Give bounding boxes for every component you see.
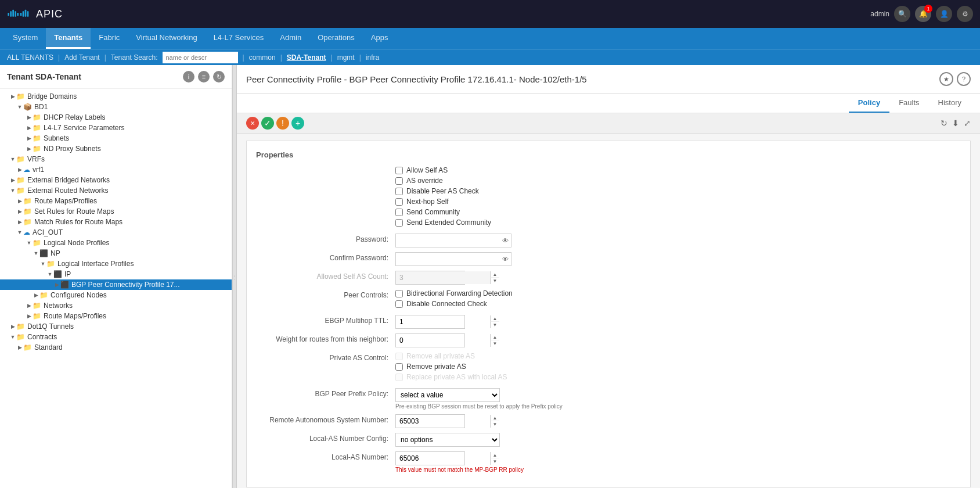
confirm-password-toggle-icon[interactable]: 👁 bbox=[500, 256, 511, 263]
bgp-peer-prefix-policy-select[interactable]: select a value bbox=[395, 388, 500, 402]
refresh-icon[interactable]: ↻ bbox=[941, 119, 947, 128]
tab-faults[interactable]: Faults bbox=[889, 94, 928, 113]
tree-subnets[interactable]: ▶ 📁 Subnets bbox=[0, 133, 232, 143]
tenant-mgmt-link[interactable]: mgmt bbox=[337, 53, 355, 62]
nav-apps[interactable]: Apps bbox=[363, 28, 397, 49]
spinbox-down-icon[interactable]: ▼ bbox=[490, 340, 499, 347]
remote-as-input[interactable] bbox=[396, 415, 490, 428]
expand-icon[interactable]: ▶ bbox=[33, 292, 39, 298]
spinbox-down-icon[interactable]: ▼ bbox=[490, 322, 499, 328]
remove-all-private-as-checkbox[interactable] bbox=[395, 353, 403, 360]
tree-route-maps-2[interactable]: ▶ 📁 Route Maps/Profiles bbox=[0, 311, 232, 321]
tree-ip[interactable]: ▼ ⬛ IP bbox=[0, 269, 232, 279]
spinbox-up-icon[interactable]: ▲ bbox=[490, 315, 499, 322]
allowed-self-as-count-input[interactable] bbox=[396, 271, 490, 284]
nav-virtual-networking[interactable]: Virtual Networking bbox=[128, 28, 205, 49]
allow-self-as-checkbox[interactable] bbox=[395, 167, 403, 174]
nav-fabric[interactable]: Fabric bbox=[91, 28, 128, 49]
tab-history[interactable]: History bbox=[929, 94, 971, 113]
add-button[interactable]: + bbox=[291, 117, 304, 130]
tree-configured-nodes[interactable]: ▶ 📁 Configured Nodes bbox=[0, 290, 232, 300]
tree-vrfs[interactable]: ▼ 📁 VRFs bbox=[0, 154, 232, 164]
ebgp-multihop-ttl-input[interactable] bbox=[396, 315, 490, 328]
tree-aci-out[interactable]: ▼ ☁ ACI_OUT bbox=[0, 227, 232, 238]
expand-icon[interactable]: ▼ bbox=[46, 271, 53, 277]
settings-icon-button[interactable]: ⚙ bbox=[957, 6, 973, 22]
tree-ext-routed[interactable]: ▼ 📁 External Routed Networks bbox=[0, 185, 232, 196]
search-icon-button[interactable]: 🔍 bbox=[894, 6, 910, 22]
tree-np[interactable]: ▼ ⬛ NP bbox=[0, 248, 232, 259]
tree-contracts[interactable]: ▼ 📁 Contracts bbox=[0, 332, 232, 342]
nav-l4l7[interactable]: L4-L7 Services bbox=[206, 28, 272, 49]
disable-connected-check-checkbox[interactable] bbox=[395, 300, 403, 308]
tenant-infra-link[interactable]: infra bbox=[366, 53, 379, 62]
tree-networks[interactable]: ▶ 📁 Networks bbox=[0, 300, 232, 311]
add-tenant-link[interactable]: Add Tenant bbox=[64, 53, 100, 62]
expand-icon[interactable]: ▶ bbox=[9, 177, 16, 183]
tenant-search-input[interactable] bbox=[163, 52, 238, 63]
bfd-checkbox[interactable] bbox=[395, 290, 403, 297]
tree-set-rules[interactable]: ▶ 📁 Set Rules for Route Maps bbox=[0, 206, 232, 217]
resize-handle[interactable]: ⋮ bbox=[232, 65, 237, 488]
spinbox-up-icon[interactable]: ▲ bbox=[490, 452, 499, 458]
disable-peer-as-checkbox[interactable] bbox=[395, 188, 403, 195]
local-as-config-select[interactable]: no options bbox=[395, 433, 500, 447]
expand-icon[interactable]: ▶ bbox=[26, 303, 33, 308]
panel-list-icon[interactable]: ≡ bbox=[198, 71, 210, 82]
spinbox-down-icon[interactable]: ▼ bbox=[490, 458, 499, 465]
tab-policy[interactable]: Policy bbox=[849, 94, 889, 113]
weight-input[interactable] bbox=[396, 334, 490, 347]
spinbox-up-icon[interactable]: ▲ bbox=[490, 415, 499, 421]
tenant-sda-link[interactable]: SDA-Tenant bbox=[287, 53, 326, 62]
tenant-common-link[interactable]: common bbox=[249, 53, 276, 62]
spinbox-up-icon[interactable]: ▲ bbox=[490, 334, 499, 340]
warning-button[interactable]: ! bbox=[276, 117, 289, 130]
expand-icon[interactable]: ▼ bbox=[39, 261, 46, 267]
nav-tenants[interactable]: Tenants bbox=[46, 28, 91, 49]
expand-icon[interactable]: ▶ bbox=[26, 114, 33, 120]
help-icon[interactable]: ? bbox=[957, 72, 971, 86]
expand-icon[interactable]: ▶ bbox=[26, 313, 33, 319]
expand-icon[interactable]: ▼ bbox=[16, 229, 23, 235]
expand-icon[interactable]: ▶ bbox=[26, 146, 33, 152]
nav-admin[interactable]: Admin bbox=[272, 28, 309, 49]
confirm-password-input[interactable] bbox=[396, 253, 500, 265]
tree-logical-node-profiles[interactable]: ▼ 📁 Logical Node Profiles bbox=[0, 238, 232, 248]
replace-private-as-checkbox[interactable] bbox=[395, 374, 403, 381]
spinbox-up-icon[interactable]: ▲ bbox=[490, 271, 499, 278]
confirm-button[interactable]: ✓ bbox=[261, 117, 274, 130]
delete-button[interactable]: × bbox=[246, 117, 259, 130]
next-hop-self-checkbox[interactable] bbox=[395, 198, 403, 206]
tree-vrf1[interactable]: ▶ ☁ vrf1 bbox=[0, 164, 232, 175]
expand-icon[interactable]: ▶ bbox=[16, 198, 23, 204]
tree-bd1[interactable]: ▼ 📦 BD1 bbox=[0, 102, 232, 112]
expand-icon[interactable]: ▶ bbox=[9, 94, 16, 99]
send-community-checkbox[interactable] bbox=[395, 209, 403, 216]
nav-operations[interactable]: Operations bbox=[309, 28, 363, 49]
tree-match-rules[interactable]: ▶ 📁 Match Rules for Route Maps bbox=[0, 217, 232, 227]
tree-nd-proxy[interactable]: ▶ 📁 ND Proxy Subnets bbox=[0, 143, 232, 154]
password-toggle-icon[interactable]: 👁 bbox=[500, 237, 511, 244]
panel-info-icon[interactable]: i bbox=[183, 71, 194, 82]
remove-private-as-checkbox[interactable] bbox=[395, 363, 403, 371]
expand-icon[interactable]: ▶ bbox=[26, 135, 33, 141]
panel-refresh-icon[interactable]: ↻ bbox=[213, 71, 225, 82]
password-input[interactable] bbox=[396, 234, 500, 247]
expand-icon[interactable]: ▶ bbox=[26, 125, 33, 131]
spinbox-down-icon[interactable]: ▼ bbox=[490, 278, 499, 284]
tree-dot1q[interactable]: ▶ 📁 Dot1Q Tunnels bbox=[0, 321, 232, 332]
expand-icon[interactable]: ▼ bbox=[9, 334, 16, 340]
expand-icon[interactable]: ▼ bbox=[16, 104, 23, 110]
expand-icon[interactable]: ▶ bbox=[16, 167, 23, 173]
as-override-checkbox[interactable] bbox=[395, 177, 403, 185]
send-extended-community-checkbox[interactable] bbox=[395, 219, 403, 227]
expand-icon[interactable]: ▼ bbox=[33, 250, 39, 256]
user-icon-button[interactable]: 👤 bbox=[936, 6, 952, 22]
expand-icon[interactable]: ▼ bbox=[9, 156, 16, 162]
spinbox-down-icon[interactable]: ▼ bbox=[490, 421, 499, 428]
expand-icon[interactable]: ▶ bbox=[16, 219, 23, 225]
tree-route-maps[interactable]: ▶ 📁 Route Maps/Profiles bbox=[0, 196, 232, 206]
tree-logical-interface-profiles[interactable]: ▼ 📁 Logical Interface Profiles bbox=[0, 259, 232, 269]
tree-bridge-domains[interactable]: ▶ 📁 Bridge Domains bbox=[0, 91, 232, 102]
notification-bell-button[interactable]: 🔔 1 bbox=[915, 6, 931, 22]
